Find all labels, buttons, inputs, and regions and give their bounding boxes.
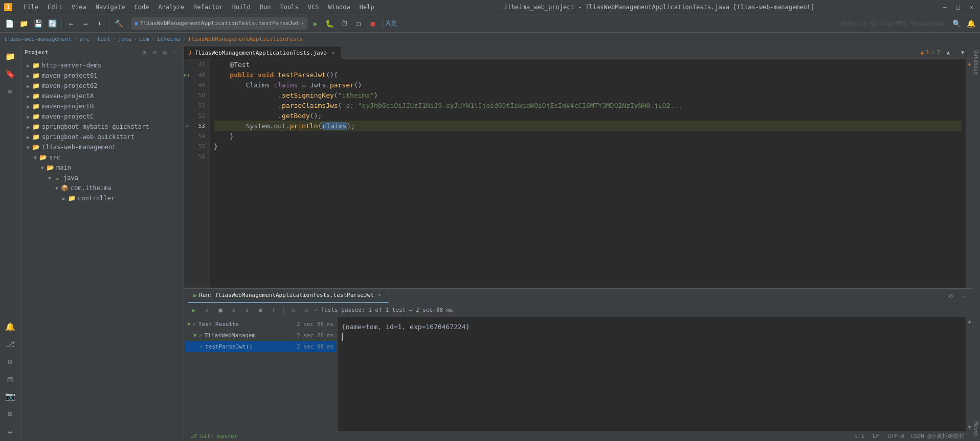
breadcrumb-test[interactable]: test	[97, 36, 111, 42]
test-back-button[interactable]: ▷	[288, 305, 299, 316]
recent-files-button[interactable]: ⬇	[94, 17, 106, 30]
tree-item-maven-project01[interactable]: ▶ 📁 maven-project01	[20, 71, 184, 81]
save-button[interactable]: 💾	[32, 17, 44, 30]
tree-item-tlias[interactable]: ▼ 📂 tlias-web-management	[20, 142, 184, 152]
breadcrumb-itheima[interactable]: itheima	[157, 36, 180, 42]
error-count[interactable]: ✓ 7	[931, 49, 940, 56]
menu-navigate[interactable]: Navigate	[92, 3, 129, 12]
tree-item-springboot-web[interactable]: ▶ 📁 springboot-web-quickstart	[20, 132, 184, 142]
test-result-suite[interactable]: ▼ ✓ TliasWebManagem 2 sec 88 ms	[185, 330, 336, 341]
search-everywhere-button[interactable]: 🔍	[950, 17, 963, 30]
camera-icon[interactable]: 📷	[2, 388, 18, 404]
indent-icon[interactable]: ↵	[2, 423, 18, 439]
menu-build[interactable]: Build	[228, 3, 255, 12]
notifications-icon[interactable]: 🔔	[2, 318, 18, 335]
tree-item-controller[interactable]: ▶ 📁 controller	[20, 193, 184, 203]
back-button[interactable]: ←	[65, 17, 77, 30]
maximize-button[interactable]: □	[953, 3, 963, 12]
scroll-up-editor[interactable]: ▲	[942, 46, 954, 58]
maven-panel-label[interactable]: Maven	[973, 417, 980, 441]
test-fwd-button[interactable]: ▷	[301, 305, 313, 316]
terminal-icon[interactable]: ⊞	[2, 405, 18, 422]
settings-run-button[interactable]: ⚙	[945, 290, 956, 301]
scroll-down-editor[interactable]: ▼	[956, 46, 969, 58]
close-panel-button[interactable]: —	[170, 48, 180, 57]
forward-button[interactable]: →	[79, 17, 92, 30]
breadcrumb-com[interactable]: com	[139, 36, 149, 42]
test-tree-button[interactable]: ≡	[255, 305, 266, 316]
menu-edit[interactable]: Edit	[43, 3, 66, 12]
coverage-button[interactable]: ◻	[352, 17, 365, 30]
minimize-button[interactable]: —	[940, 3, 949, 12]
tree-item-com-itheima[interactable]: ▼ 📦 com.itheima	[20, 183, 184, 193]
tab-close-button[interactable]: ×	[330, 49, 337, 56]
menu-refactor[interactable]: Refactor	[189, 3, 227, 12]
menu-help[interactable]: Help	[355, 3, 378, 12]
tree-item-main[interactable]: ▼ 📂 main	[20, 163, 184, 173]
close-run-panel-button[interactable]: —	[957, 290, 969, 301]
code-content[interactable]: @Test public void testParseJwt(){ Claims…	[210, 59, 966, 288]
tree-item-springboot-mybatis[interactable]: ▶ 📁 springboot-mybatis-quickstart	[20, 122, 184, 132]
gear-button[interactable]: ⚙	[160, 48, 169, 57]
run-configuration[interactable]: ◉ TliasWebManagementApplicationTests.tes…	[131, 17, 307, 30]
database-panel-label[interactable]: Database	[973, 46, 980, 79]
project-icon[interactable]: 📁	[2, 48, 18, 64]
main-layout: 📁 🔖 ≡ 🔔 ⎇ ⚙ ▤ 📷 ⊞ ↵ Project ⊕ ⊖ ⚙ — ▶ 📁 …	[0, 46, 980, 441]
test-export-button[interactable]: ⬆	[268, 305, 279, 316]
breadcrumb-java[interactable]: java	[118, 36, 132, 42]
editor-tab-main[interactable]: J TliasWebManagementApplicationTests.jav…	[184, 47, 342, 59]
run-tab[interactable]: ▶ Run: TliasWebManagementApplicationTest…	[188, 289, 389, 303]
menu-tools[interactable]: Tools	[276, 3, 303, 12]
open-button[interactable]: 📁	[17, 17, 30, 30]
output-scrollbar[interactable]: ▲ ▼	[966, 317, 973, 431]
expand-all-button[interactable]: ⊕	[140, 48, 149, 57]
rerun-failed-button[interactable]: ✓	[202, 305, 213, 316]
git-icon[interactable]: ⎇	[2, 336, 18, 352]
menu-code[interactable]: Code	[130, 3, 153, 12]
test-sort-button[interactable]: ↕	[241, 305, 253, 316]
stop-test-button[interactable]: ■	[215, 305, 226, 316]
structure-icon[interactable]: ≡	[2, 83, 18, 99]
tree-item-maven-projectC[interactable]: ▶ 📁 maven-projectC	[20, 111, 184, 122]
stop-button[interactable]: ■	[367, 17, 379, 30]
menu-view[interactable]: View	[68, 3, 91, 12]
tree-item-maven-projectB[interactable]: ▶ 📁 maven-projectB	[20, 101, 184, 111]
tree-item-java[interactable]: ▼ ☕ java	[20, 173, 184, 183]
sync-button[interactable]: 🔄	[46, 17, 58, 30]
settings-icon[interactable]: ⚙	[2, 353, 18, 369]
profile-button[interactable]: ⏱	[338, 17, 350, 30]
tree-item-http-server-demo[interactable]: ▶ 📁 http-server-demo	[20, 60, 184, 71]
menu-run[interactable]: Run	[256, 3, 275, 12]
test-result-method[interactable]: ✓ testParseJwt() 2 sec 88 ms	[185, 341, 336, 352]
new-file-button[interactable]: 📄	[3, 17, 15, 30]
right-scrollbar[interactable]: ▲	[966, 59, 973, 288]
scroll-down-output[interactable]: ▼	[967, 423, 972, 431]
scroll-up-output[interactable]: ▲	[967, 317, 972, 325]
breadcrumb-project[interactable]: tlias-web-management	[4, 36, 72, 42]
tree-item-maven-project02[interactable]: ▶ 📁 maven-project02	[20, 81, 184, 91]
test-result-root[interactable]: ▼ ✓ Test Results 2 sec 88 ms	[185, 318, 336, 330]
tree-item-src[interactable]: ▼ 📂 src	[20, 152, 184, 163]
menu-analyze[interactable]: Analyze	[154, 3, 188, 12]
close-button[interactable]: ✕	[967, 3, 976, 12]
debug-button[interactable]: 🐛	[324, 17, 336, 30]
breadcrumb-src[interactable]: src	[79, 36, 90, 42]
translate-button[interactable]: A文	[386, 17, 398, 30]
warning-count[interactable]: ▲ 1	[921, 49, 929, 56]
breadcrumb: tlias-web-management › src › test › java…	[0, 33, 980, 46]
structure-bottom-icon[interactable]: ▤	[2, 370, 18, 387]
breadcrumb-class[interactable]: TliasWebManagementApplicationTests	[188, 36, 303, 42]
notifications-button[interactable]: 🔔	[965, 17, 977, 30]
menu-vcs[interactable]: VCS	[304, 3, 323, 12]
test-filter-button[interactable]: ↕	[228, 305, 239, 316]
build-button[interactable]: 🔨	[113, 17, 125, 30]
bookmarks-icon[interactable]: 🔖	[2, 65, 18, 82]
collapse-all-button[interactable]: ⊖	[150, 48, 159, 57]
run-tab-close[interactable]: ×	[376, 292, 383, 299]
tree-item-maven-projectA[interactable]: ▶ 📁 maven-projectA	[20, 91, 184, 101]
menu-file[interactable]: File	[19, 3, 42, 12]
run-button[interactable]: ▶	[309, 17, 322, 30]
run-again-button[interactable]: ▶	[188, 305, 199, 316]
git-status[interactable]: ⎇ Git: master	[188, 433, 239, 439]
menu-window[interactable]: Window	[324, 3, 354, 12]
